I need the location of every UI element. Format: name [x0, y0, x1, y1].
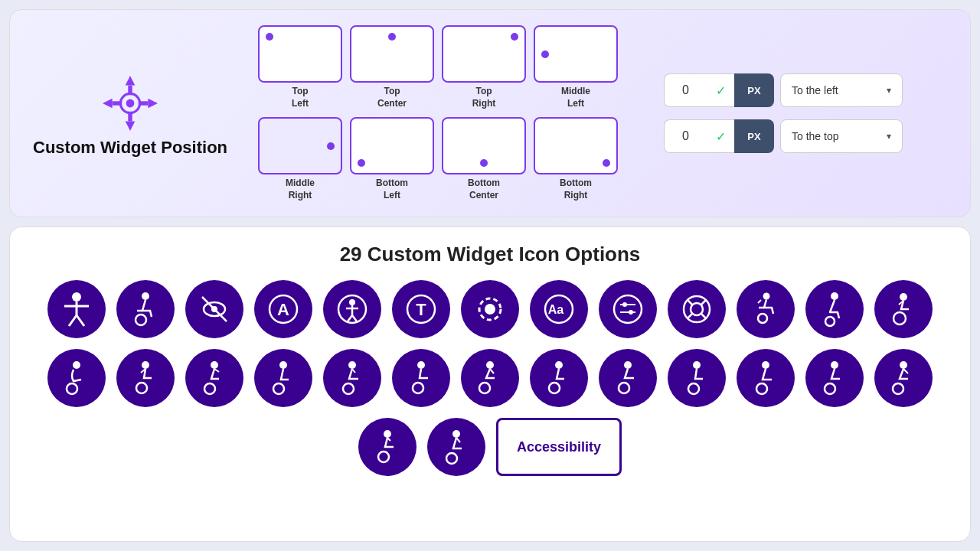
icon-wheelchair-v2[interactable] — [47, 349, 106, 407]
pos-middle-right[interactable]: MiddleRight — [258, 117, 342, 201]
pos-top-left[interactable]: TopLeft — [258, 25, 342, 109]
icon-font-a[interactable]: A — [254, 280, 312, 338]
icon-wheelchair-v13[interactable] — [805, 349, 864, 407]
svg-line-13 — [69, 315, 77, 326]
svg-point-81 — [452, 430, 460, 438]
svg-point-67 — [555, 361, 563, 369]
icon-wheelchair-v8[interactable] — [461, 349, 519, 407]
svg-marker-8 — [148, 99, 158, 109]
horizontal-control-row: ✓ PX To the left ▾ — [664, 73, 903, 107]
svg-rect-9 — [139, 101, 149, 105]
svg-point-15 — [142, 292, 149, 300]
icon-wheelchair-v15[interactable] — [358, 418, 416, 476]
svg-text:A: A — [277, 300, 289, 319]
svg-text:T: T — [416, 300, 426, 319]
svg-point-62 — [343, 383, 354, 394]
icon-wheelchair-v10[interactable] — [599, 349, 657, 407]
svg-point-41 — [691, 303, 703, 315]
svg-line-44 — [688, 314, 692, 318]
svg-point-66 — [479, 383, 490, 393]
icon-hidden-eye[interactable] — [185, 280, 243, 338]
svg-point-74 — [756, 383, 767, 394]
svg-line-27 — [348, 315, 352, 321]
svg-point-51 — [900, 293, 907, 301]
pos-middle-left[interactable]: MiddleLeft — [534, 25, 618, 109]
horizontal-direction-dropdown[interactable]: To the left ▾ — [780, 73, 903, 107]
svg-point-47 — [758, 314, 767, 323]
svg-line-45 — [701, 314, 706, 318]
svg-point-78 — [893, 383, 903, 394]
svg-line-28 — [352, 315, 357, 321]
pos-bottom-center[interactable]: BottomCenter — [442, 117, 526, 201]
svg-point-49 — [831, 292, 838, 300]
icon-wheelchair-v9[interactable] — [530, 349, 588, 407]
icon-wheelchair-v6[interactable] — [323, 349, 381, 407]
icon-wheelchair-v11[interactable] — [668, 349, 726, 407]
controls-wrap: ✓ PX To the left ▾ ✓ PX To the top ▾ — [664, 73, 903, 153]
move-icon-wrap: Custom Widget Position — [33, 69, 227, 158]
icon-sliders[interactable] — [599, 280, 657, 338]
svg-point-61 — [348, 361, 356, 369]
svg-point-58 — [204, 383, 215, 394]
icon-wheelchair-v12[interactable] — [737, 349, 795, 407]
horizontal-direction-label: To the left — [792, 84, 838, 96]
svg-point-52 — [893, 312, 906, 324]
icon-accessibility-person[interactable] — [47, 280, 106, 338]
icon-wheelchair-1[interactable] — [116, 280, 175, 338]
icon-life-ring[interactable] — [668, 280, 726, 338]
svg-point-10 — [72, 292, 81, 302]
svg-point-35 — [614, 295, 642, 323]
svg-point-57 — [211, 361, 218, 369]
horizontal-offset-input[interactable] — [664, 73, 707, 107]
svg-point-50 — [825, 317, 835, 326]
vertical-offset-input[interactable] — [664, 119, 707, 153]
icon-wheelchair-v16[interactable] — [427, 418, 485, 476]
top-panel: Custom Widget Position TopLeft TopCenter… — [9, 9, 971, 217]
icon-wheelchair-v7[interactable] — [392, 349, 450, 407]
icon-settings-gear[interactable] — [461, 280, 519, 338]
svg-point-76 — [825, 383, 835, 394]
pos-bottom-left[interactable]: BottomLeft — [350, 117, 434, 201]
icon-person-circle[interactable] — [323, 280, 381, 338]
pos-top-center[interactable]: TopCenter — [350, 25, 434, 109]
svg-point-56 — [136, 383, 147, 393]
svg-point-53 — [73, 361, 80, 369]
pos-top-right[interactable]: TopRight — [442, 25, 526, 109]
icon-wheelchair-v14[interactable] — [874, 349, 933, 407]
icon-wheelchair-v3[interactable] — [116, 349, 175, 407]
vertical-direction-label: To the top — [792, 130, 839, 142]
icon-text-t[interactable]: T — [392, 280, 450, 338]
svg-point-77 — [900, 361, 907, 369]
svg-rect-7 — [113, 101, 122, 105]
icons-grid: A T Aa — [33, 280, 947, 476]
vertical-dropdown-arrow: ▾ — [887, 131, 891, 142]
svg-point-37 — [622, 302, 627, 307]
svg-point-54 — [67, 383, 77, 394]
widget-position-label: Custom Widget Position — [33, 138, 227, 158]
horizontal-px-button[interactable]: PX — [734, 73, 774, 107]
svg-marker-4 — [126, 122, 136, 132]
icon-wheelchair-moving[interactable] — [737, 280, 795, 338]
icon-wheelchair-v1[interactable] — [874, 280, 933, 338]
vertical-check-button[interactable]: ✓ — [707, 119, 734, 153]
pos-bottom-right[interactable]: BottomRight — [534, 117, 618, 201]
icon-accessible-tilted[interactable] — [805, 280, 864, 338]
svg-point-70 — [619, 383, 629, 393]
svg-point-72 — [688, 383, 699, 394]
icons-title: 29 Custom Widget Icon Options — [33, 243, 947, 266]
svg-rect-3 — [128, 86, 132, 96]
svg-marker-2 — [126, 76, 136, 86]
vertical-direction-dropdown[interactable]: To the top ▾ — [780, 119, 903, 153]
svg-point-75 — [831, 361, 838, 369]
bottom-panel: 29 Custom Widget Icon Options A T — [9, 227, 971, 542]
icon-wheelchair-v4[interactable] — [185, 349, 243, 407]
icon-font-aa[interactable]: Aa — [530, 280, 588, 338]
position-grid: TopLeft TopCenter TopRight MiddleLeft Mi… — [258, 25, 618, 201]
accessibility-button[interactable]: Accessibility — [496, 418, 622, 476]
horizontal-check-button[interactable]: ✓ — [707, 73, 734, 107]
svg-line-14 — [77, 315, 84, 326]
icon-wheelchair-v5[interactable] — [254, 349, 312, 407]
svg-point-24 — [349, 299, 355, 305]
vertical-px-button[interactable]: PX — [734, 119, 774, 153]
svg-point-80 — [378, 452, 389, 462]
